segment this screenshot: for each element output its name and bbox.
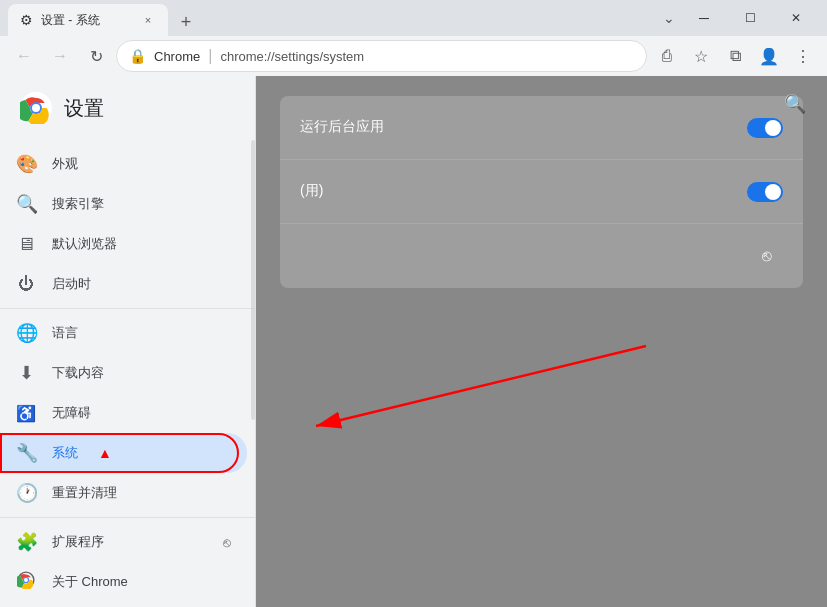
sidebar-item-label: 默认浏览器: [52, 235, 117, 253]
sidebar-item-about[interactable]: 关于 Chrome: [0, 562, 247, 602]
tab-favicon: ⚙: [20, 12, 33, 28]
minimize-button[interactable]: ─: [681, 0, 727, 36]
row-text: (用): [300, 182, 731, 202]
proxy-row: ⎋: [280, 224, 803, 288]
refresh-button[interactable]: ↻: [80, 40, 112, 72]
sidebar-nav: 🎨 外观 🔍 搜索引擎 🖥 默认浏览器 ⏻ 启动时 🌐 语言 ⬇: [0, 140, 255, 606]
row-title: (用): [300, 182, 731, 200]
toggle-knob: [765, 184, 781, 200]
reset-icon: 🕐: [16, 482, 36, 504]
sidebar-item-label: 重置并清理: [52, 484, 117, 502]
toggle-knob: [765, 120, 781, 136]
sidebar-item-appearance[interactable]: 🎨 外观: [0, 144, 247, 184]
sidebar-item-label: 无障碍: [52, 404, 91, 422]
account-button[interactable]: 👤: [753, 40, 785, 72]
back-button[interactable]: ←: [8, 40, 40, 72]
tab-close-button[interactable]: ×: [140, 12, 156, 28]
address-separator: |: [208, 47, 212, 65]
sidebar-item-system[interactable]: 🔧 系统 ▲: [0, 433, 247, 473]
sidebar-item-label: 语言: [52, 324, 78, 342]
split-button[interactable]: ⧉: [719, 40, 751, 72]
nav-actions: ⎙ ☆ ⧉ 👤 ⋮: [651, 40, 819, 72]
content-search-button[interactable]: 🔍: [779, 88, 811, 120]
row-text: [300, 255, 735, 257]
new-tab-button[interactable]: +: [172, 8, 200, 36]
close-button[interactable]: ✕: [773, 0, 819, 36]
sidebar-item-label: 系统: [52, 444, 78, 462]
tab-strip: ⚙ 设置 - 系统 × +: [8, 0, 200, 36]
sidebar-item-browser[interactable]: 🖥 默认浏览器: [0, 224, 247, 264]
hardware-accel-toggle[interactable]: [747, 182, 783, 202]
sidebar-item-accessibility[interactable]: ♿ 无障碍: [0, 393, 247, 433]
row-text: 运行后台应用: [300, 118, 731, 138]
sidebar-item-language[interactable]: 🌐 语言: [0, 313, 247, 353]
sidebar-item-label: 外观: [52, 155, 78, 173]
sidebar-item-reset[interactable]: 🕐 重置并清理: [0, 473, 247, 513]
sidebar-scrollbar[interactable]: [251, 140, 255, 420]
background-apps-toggle[interactable]: [747, 118, 783, 138]
nav-bar: ← → ↻ 🔒 Chrome | chrome://settings/syste…: [0, 36, 827, 76]
search-engine-icon: 🔍: [16, 193, 36, 215]
accessibility-icon: ♿: [16, 404, 36, 423]
address-bar[interactable]: 🔒 Chrome | chrome://settings/system: [116, 40, 647, 72]
settings-section: 运行后台应用 (用): [280, 96, 803, 288]
sidebar-header: 设置: [0, 76, 255, 140]
sidebar-item-label: 关于 Chrome: [52, 573, 128, 591]
hardware-accel-row: (用): [280, 160, 803, 224]
share-button[interactable]: ⎙: [651, 40, 683, 72]
chevron-icon[interactable]: ⌄: [657, 10, 681, 26]
sidebar-item-extensions[interactable]: 🧩 扩展程序 ⎋: [0, 522, 247, 562]
forward-button[interactable]: →: [44, 40, 76, 72]
sidebar-item-search[interactable]: 🔍 搜索引擎: [0, 184, 247, 224]
menu-button[interactable]: ⋮: [787, 40, 819, 72]
startup-icon: ⏻: [16, 275, 36, 293]
main-layout: 设置 🎨 外观 🔍 搜索引擎 🖥 默认浏览器 ⏻ 启动时: [0, 76, 827, 607]
row-title: 运行后台应用: [300, 118, 731, 136]
appearance-icon: 🎨: [16, 153, 36, 175]
svg-line-7: [316, 346, 646, 426]
chrome-logo: [20, 92, 52, 124]
browser-icon: 🖥: [16, 234, 36, 255]
annotation-triangle: ▲: [98, 445, 112, 461]
about-icon: [16, 571, 36, 594]
language-icon: 🌐: [16, 322, 36, 344]
downloads-icon: ⬇: [16, 362, 36, 384]
svg-point-2: [32, 104, 40, 112]
extensions-icon: 🧩: [16, 531, 36, 553]
system-icon: 🔧: [16, 442, 36, 464]
tab-title: 设置 - 系统: [41, 12, 132, 29]
settings-title: 设置: [64, 95, 104, 122]
sidebar-item-label: 启动时: [52, 275, 91, 293]
sidebar-item-startup[interactable]: ⏻ 启动时: [0, 264, 247, 304]
address-url: chrome://settings/system: [220, 49, 364, 64]
title-bar: ⚙ 设置 - 系统 × + ⌄ ─ ☐ ✕: [0, 0, 827, 36]
external-link-icon: ⎋: [223, 535, 231, 550]
sidebar-item-label: 下载内容: [52, 364, 104, 382]
site-name: Chrome: [154, 49, 200, 64]
sidebar: 设置 🎨 外观 🔍 搜索引擎 🖥 默认浏览器 ⏻ 启动时: [0, 76, 256, 607]
window-controls: ─ ☐ ✕: [681, 0, 819, 36]
address-favicon: 🔒: [129, 48, 146, 64]
sidebar-divider: [0, 308, 255, 309]
active-tab[interactable]: ⚙ 设置 - 系统 ×: [8, 4, 168, 36]
restore-button[interactable]: ☐: [727, 0, 773, 36]
sidebar-item-label: 扩展程序: [52, 533, 104, 551]
sidebar-divider-2: [0, 517, 255, 518]
background-apps-row: 运行后台应用: [280, 96, 803, 160]
bookmark-button[interactable]: ☆: [685, 40, 717, 72]
sidebar-item-downloads[interactable]: ⬇ 下载内容: [0, 353, 247, 393]
tab-strip-area: ⚙ 设置 - 系统 × +: [8, 0, 657, 36]
sidebar-item-label: 搜索引擎: [52, 195, 104, 213]
proxy-external-button[interactable]: ⎋: [751, 240, 783, 272]
content-area: 🔍 运行后台应用 (用): [256, 76, 827, 607]
svg-point-5: [24, 578, 28, 582]
content-inner: 运行后台应用 (用): [256, 76, 827, 316]
